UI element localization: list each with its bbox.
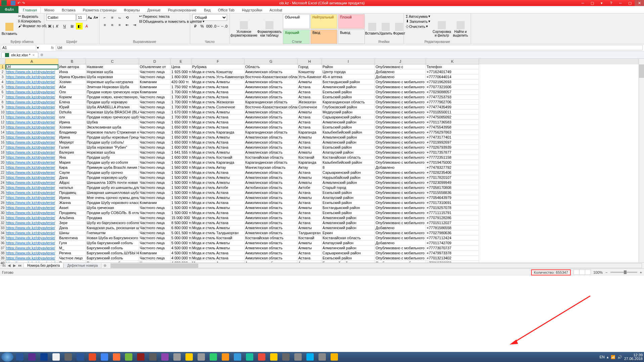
cell[interactable]: Продам шубу из шиншилы,длин <box>86 185 139 190</box>
cell[interactable]: 1 500 000 тг. <box>171 195 191 200</box>
cell[interactable]: Частного лица <box>139 190 171 195</box>
percent-button[interactable]: % <box>199 23 206 30</box>
cell[interactable]: Акмолинская область <box>245 170 298 175</box>
cell[interactable]: Компании <box>139 80 171 85</box>
cell[interactable]: Есильский район <box>322 256 375 261</box>
cell[interactable]: Алматы <box>298 195 322 200</box>
cell[interactable]: Мода и стиль Алматы <box>191 135 245 140</box>
taskbar-word-icon[interactable] <box>62 353 74 361</box>
zoom-in-button[interactable]: + <box>640 270 642 274</box>
cell[interactable]: Мода и стиль Астана <box>191 170 245 175</box>
cell[interactable]: Мода и стиль Астана <box>191 125 245 130</box>
tab-formulas[interactable]: Формулы <box>120 7 143 13</box>
cell[interactable]: Компании <box>139 90 171 95</box>
cell[interactable]: 45-я аптека <box>322 74 375 80</box>
cell[interactable]: Акмолинская область <box>245 251 298 256</box>
cell[interactable]: Ирина <box>58 120 86 125</box>
cell[interactable]: Частного лица <box>139 95 171 100</box>
cell[interactable]: Ирина Юрьевна <box>58 74 86 80</box>
cell[interactable]: 1 600 000 тг. <box>171 145 191 150</box>
taskbar-filezilla-icon[interactable] <box>123 353 134 361</box>
cell[interactable]: Мода и стиль Алматы <box>191 150 245 155</box>
cell[interactable]: Продам новую, качественную, у <box>86 95 139 100</box>
underline-button[interactable]: Ч <box>61 23 68 30</box>
style-normal[interactable]: Обычный <box>283 14 310 29</box>
namebox-dropdown[interactable]: ▾ <box>37 46 39 50</box>
cell[interactable]: Частного лица <box>139 220 171 225</box>
taskbar-opera-icon[interactable] <box>75 353 86 361</box>
cell[interactable]: Алматы <box>298 150 322 155</box>
view-buttons[interactable] <box>573 269 591 275</box>
cell[interactable]: +77478327792 <box>426 165 479 170</box>
cell[interactable]: Шуба баргузинский соболь <box>86 241 139 246</box>
cell[interactable]: Алматы <box>298 205 322 210</box>
name-box[interactable] <box>1 45 36 50</box>
cell[interactable]: +77019257078 <box>426 205 479 210</box>
orientation-button[interactable]: ⟲ <box>124 14 130 21</box>
file-tab[interactable]: Файл <box>0 6 18 13</box>
cell[interactable]: Мода и стиль Астана <box>191 190 245 195</box>
tab-menu[interactable]: Меню <box>41 7 58 13</box>
cell[interactable]: https://www.olx.kz/obyavlenie/ <box>5 85 58 90</box>
clear-button[interactable]: ◇ Очистить ▾ <box>406 24 431 29</box>
cell[interactable]: Яна <box>58 155 86 160</box>
cell[interactable]: https://www.olx.kz/obyavlenie/ <box>5 160 58 165</box>
cell[interactable]: Частного лица <box>139 130 171 135</box>
cell[interactable]: https://www.olx.kz/obyavlenie/ <box>5 180 58 185</box>
cell[interactable]: Елена <box>58 100 86 105</box>
cell[interactable]: Мода и стиль Солнечное <box>191 105 245 110</box>
row-header[interactable]: 11 <box>0 115 5 120</box>
cell[interactable]: Мода и стиль Талдыкорган <box>191 230 245 236</box>
cell[interactable]: Частного лица <box>139 105 171 110</box>
cell[interactable]: Есильский район <box>322 200 375 205</box>
restore-button[interactable]: ▢ <box>588 0 597 6</box>
cell[interactable]: https://www.olx.kz/obyavlenie/ <box>5 241 58 246</box>
column-header[interactable]: E <box>171 59 191 64</box>
cell[interactable]: 1 500 000 тг. <box>171 180 191 185</box>
cell[interactable]: Алматинская область <box>245 241 298 246</box>
taskbar-firefox-icon[interactable] <box>99 353 110 361</box>
taskbar-premiere-icon[interactable] <box>147 353 159 361</box>
cell[interactable]: Примиум шуба Braschi линия St <box>86 165 139 170</box>
cell[interactable]: Казыбекбийский район <box>322 160 375 165</box>
tray-up-icon[interactable]: ▴ <box>607 355 609 359</box>
cell[interactable]: 4 500 000 тг. <box>171 246 191 251</box>
cell[interactable]: 8 500 000 тг. <box>171 220 191 225</box>
cell[interactable]: https://www.olx.kz/obyavlenie/ <box>5 230 58 236</box>
taskbar-app3-icon[interactable] <box>220 353 231 361</box>
cell[interactable]: Астана <box>298 190 322 195</box>
cell[interactable]: Галия <box>58 145 86 150</box>
cell[interactable]: https://www.olx.kz/obyavlenie/ <box>5 95 58 100</box>
cell[interactable]: Астана <box>298 200 322 205</box>
row-header[interactable]: 10 <box>0 110 5 115</box>
row-header[interactable]: 36 <box>0 241 5 246</box>
cell[interactable]: https://www.olx.kz/obyavlenie/ <box>5 74 58 80</box>
cell[interactable]: Продам шубу из соболя <box>86 160 139 165</box>
cell[interactable]: Опубликовано с мобильного <box>375 185 426 190</box>
cell[interactable]: Добавлено <box>375 225 426 230</box>
taskbar-paint-icon[interactable] <box>316 353 328 361</box>
cell[interactable]: https://www.olx.kz/obyavlenie/ <box>5 69 58 74</box>
cell[interactable]: Частного лица <box>139 125 171 130</box>
cell[interactable]: https://www.olx.kz/obyavlenie/ <box>5 150 58 155</box>
cell[interactable]: https://www.olx.kz/obyavlenie/ <box>5 120 58 125</box>
cell[interactable]: Шуба норковая "Рубин" <box>86 145 139 150</box>
cell[interactable]: 1 650 000 тг. <box>171 130 191 135</box>
cell[interactable]: Баргузинский соболь.ШУБЫ НО <box>86 251 139 256</box>
cell[interactable]: https://www.olx.kz/obyavlenie/ <box>5 130 58 135</box>
cell[interactable]: +77015112027 <box>426 220 479 225</box>
lang-indicator[interactable]: EN <box>600 355 605 359</box>
cell[interactable]: Астана <box>298 125 322 130</box>
cell[interactable]: Караганда <box>298 160 322 165</box>
cell[interactable]: Акмолинская область <box>245 90 298 95</box>
cell[interactable]: Акмолинская область <box>245 69 298 74</box>
cell[interactable]: Шины <box>58 230 86 236</box>
cell[interactable]: 1 500 000 тг. <box>171 170 191 175</box>
cell[interactable]: Опубликовано с мобильного <box>375 205 426 210</box>
taskbar-utorrent-icon[interactable] <box>111 353 122 361</box>
cell[interactable]: Алматинский район <box>322 246 375 251</box>
sort-filter-button[interactable]: Сортировка и фильтр <box>433 14 451 44</box>
cell[interactable]: Опубликовано с <box>375 64 426 69</box>
cell[interactable]: Алатауский район <box>322 150 375 155</box>
cell[interactable]: Частного лица <box>139 185 171 190</box>
